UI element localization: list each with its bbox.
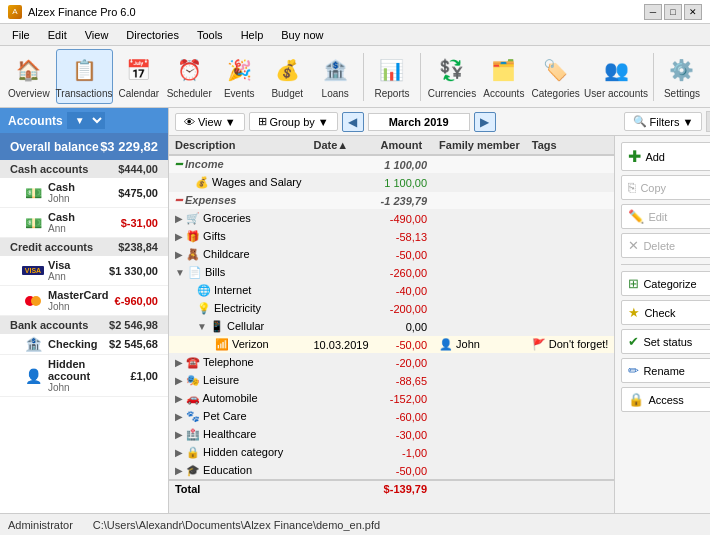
toolbar-transactions[interactable]: 📋 Transactions bbox=[56, 49, 113, 104]
table-row[interactable]: ▶ 🎭 Leisure -88,65 bbox=[169, 372, 614, 390]
toolbar-calendar[interactable]: 📅 Calendar bbox=[117, 49, 162, 104]
toolbar-loans[interactable]: 🏦 Loans bbox=[313, 49, 357, 104]
table-row[interactable]: 📶 Verizon 10.03.2019 -50,00 👤 John 🚩 Don… bbox=[169, 336, 614, 354]
menu-view[interactable]: View bbox=[77, 27, 117, 43]
list-item[interactable]: 🏦 Checking $2 545,68 bbox=[0, 334, 168, 355]
menu-edit[interactable]: Edit bbox=[40, 27, 75, 43]
toolbar-reports[interactable]: 📊 Reports bbox=[370, 49, 414, 104]
expand-healthcare[interactable]: ▶ bbox=[175, 429, 183, 440]
menu-help[interactable]: Help bbox=[233, 27, 272, 43]
view-toggle-button[interactable]: ▦ bbox=[706, 111, 710, 132]
table-row[interactable]: 💰 Wages and Salary 1 100,00 bbox=[169, 174, 614, 192]
list-item[interactable]: 💵 Cash John $475,00 bbox=[0, 178, 168, 208]
expand-gifts[interactable]: ▶ bbox=[175, 231, 183, 242]
visa-ann-sub: Ann bbox=[48, 271, 103, 282]
cash-john-balance: $475,00 bbox=[118, 187, 158, 199]
delete-button[interactable]: ✕ Delete bbox=[621, 233, 710, 258]
accounts-label: Accounts bbox=[483, 88, 524, 99]
minimize-button[interactable]: ─ bbox=[644, 4, 662, 20]
table-row[interactable]: ▶ 🧸 Childcare -50,00 bbox=[169, 246, 614, 264]
table-row[interactable]: ▶ 🎓 Education -50,00 bbox=[169, 462, 614, 481]
col-tags: Tags bbox=[526, 136, 615, 155]
view-button[interactable]: 👁 View ▼ bbox=[175, 113, 245, 131]
toolbar-currencies[interactable]: 💱 Currencies bbox=[427, 49, 478, 104]
cash-john-name: Cash bbox=[48, 181, 112, 193]
expand-bills[interactable]: ▼ bbox=[175, 267, 185, 278]
maximize-button[interactable]: □ bbox=[664, 4, 682, 20]
menu-file[interactable]: File bbox=[4, 27, 38, 43]
table-row[interactable]: 🌐 Internet -40,00 bbox=[169, 282, 614, 300]
month-display: March 2019 bbox=[368, 113, 470, 131]
check-button[interactable]: ★ Check bbox=[622, 301, 710, 324]
add-button-group[interactable]: ✚ Add ▼ bbox=[621, 142, 710, 171]
left-panel: Accounts ▼ Overall balance $3 229,82 Cas… bbox=[0, 108, 169, 513]
scheduler-label: Scheduler bbox=[167, 88, 212, 99]
rename-button-group[interactable]: ✏ Rename ▼ bbox=[621, 358, 710, 383]
edit-button[interactable]: ✏️ Edit bbox=[621, 204, 710, 229]
access-button-group[interactable]: 🔒 Access ▼ bbox=[621, 387, 710, 412]
set-status-button-group[interactable]: ✔ Set status ▼ bbox=[621, 329, 710, 354]
menu-tools[interactable]: Tools bbox=[189, 27, 231, 43]
menu-buy-now[interactable]: Buy now bbox=[273, 27, 331, 43]
user-accounts-label: User accounts bbox=[584, 88, 648, 99]
expand-groceries[interactable]: ▶ bbox=[175, 213, 183, 224]
budget-icon: 💰 bbox=[271, 54, 303, 86]
add-button[interactable]: ✚ Add bbox=[622, 143, 710, 170]
transactions-label: Transactions bbox=[56, 88, 113, 99]
table-row[interactable]: ▶ 🔒 Hidden category -1,00 bbox=[169, 444, 614, 462]
menu-directories[interactable]: Directories bbox=[118, 27, 187, 43]
checking-name: Checking bbox=[48, 338, 103, 350]
table-row[interactable]: ▶ 🏥 Healthcare -30,00 bbox=[169, 426, 614, 444]
rename-button[interactable]: ✏ Rename bbox=[622, 359, 710, 382]
toolbar-overview[interactable]: 🏠 Overview bbox=[6, 49, 52, 104]
table-row[interactable]: ▶ 🎁 Gifts -58,13 bbox=[169, 228, 614, 246]
toolbar-user-accounts[interactable]: 👥 User accounts bbox=[585, 49, 647, 104]
add-label: Add bbox=[645, 151, 665, 163]
table-row[interactable]: ▼ 📱 Cellular 0,00 bbox=[169, 318, 614, 336]
delete-icon: ✕ bbox=[628, 238, 639, 253]
accounts-dropdown[interactable]: ▼ bbox=[67, 112, 105, 129]
categorize-button[interactable]: ⊞ Categorize bbox=[622, 272, 710, 295]
filters-button[interactable]: 🔍 Filters ▼ bbox=[624, 112, 703, 131]
toolbar-scheduler[interactable]: ⏰ Scheduler bbox=[165, 49, 213, 104]
expand-telephone[interactable]: ▶ bbox=[175, 357, 183, 368]
list-item[interactable]: VISA Visa Ann $1 330,00 bbox=[0, 256, 168, 286]
categorize-button-group[interactable]: ⊞ Categorize ▼ bbox=[621, 271, 710, 296]
table-row[interactable]: ▼ 📄 Bills -260,00 bbox=[169, 264, 614, 282]
expand-petcare[interactable]: ▶ bbox=[175, 411, 183, 422]
expand-education[interactable]: ▶ bbox=[175, 465, 183, 476]
menu-bar: File Edit View Directories Tools Help Bu… bbox=[0, 24, 710, 46]
table-row[interactable]: ▶ 🛒 Groceries -490,00 bbox=[169, 210, 614, 228]
next-month-button[interactable]: ▶ bbox=[474, 112, 496, 132]
app-title: Alzex Finance Pro 6.0 bbox=[28, 6, 136, 18]
expand-leisure[interactable]: ▶ bbox=[175, 375, 183, 386]
expand-cellular[interactable]: ▼ bbox=[197, 321, 207, 332]
toolbar-accounts[interactable]: 🗂️ Accounts bbox=[481, 49, 526, 104]
set-status-button[interactable]: ✔ Set status bbox=[622, 330, 710, 353]
accounts-header-label: Accounts bbox=[8, 114, 63, 128]
copy-button[interactable]: ⎘ Copy bbox=[621, 175, 710, 200]
table-row[interactable]: ▶ ☎️ Telephone -20,00 bbox=[169, 354, 614, 372]
prev-month-button[interactable]: ◀ bbox=[342, 112, 364, 132]
toolbar-settings[interactable]: ⚙️ Settings bbox=[660, 49, 704, 104]
toolbar-budget[interactable]: 💰 Budget bbox=[265, 49, 309, 104]
group-by-button[interactable]: ⊞ Group by ▼ bbox=[249, 112, 338, 131]
close-button[interactable]: ✕ bbox=[684, 4, 702, 20]
table-row[interactable]: ▶ 🚗 Automobile -152,00 bbox=[169, 390, 614, 408]
check-button-group[interactable]: ★ Check ▼ bbox=[621, 300, 710, 325]
credit-accounts-label: Credit accounts bbox=[10, 241, 93, 253]
toolbar-categories[interactable]: 🏷️ Categories bbox=[530, 49, 581, 104]
table-row[interactable]: ▶ 🐾 Pet Care -60,00 bbox=[169, 408, 614, 426]
list-item[interactable]: 👤 Hidden account John £1,00 bbox=[0, 355, 168, 397]
expand-automobile[interactable]: ▶ bbox=[175, 393, 183, 404]
window-controls[interactable]: ─ □ ✕ bbox=[644, 4, 702, 20]
toolbar-events[interactable]: 🎉 Events bbox=[217, 49, 261, 104]
cash-john-icon: 💵 bbox=[24, 186, 42, 200]
expand-hidden[interactable]: ▶ bbox=[175, 447, 183, 458]
list-item[interactable]: MasterCard John €-960,00 bbox=[0, 286, 168, 316]
currencies-icon: 💱 bbox=[436, 54, 468, 86]
table-row[interactable]: 💡 Electricity -200,00 bbox=[169, 300, 614, 318]
expand-childcare[interactable]: ▶ bbox=[175, 249, 183, 260]
access-button[interactable]: 🔒 Access bbox=[622, 388, 710, 411]
list-item[interactable]: 💵 Cash Ann $-31,00 bbox=[0, 208, 168, 238]
